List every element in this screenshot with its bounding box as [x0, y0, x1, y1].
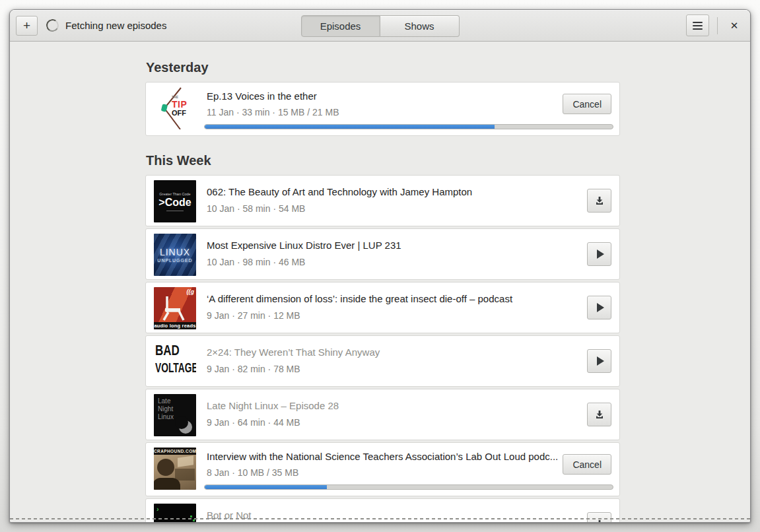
artwork-text: audio long reads [154, 322, 196, 329]
download-button[interactable] [587, 403, 611, 426]
artwork-text: Greater Than Code [159, 192, 190, 196]
moon-art [179, 420, 192, 434]
artwork-text: >Code [158, 197, 191, 208]
add-podcast-button[interactable]: + [16, 16, 38, 36]
header-right-controls: ✕ [686, 15, 744, 36]
section-heading: Yesterday [146, 60, 620, 75]
menu-button[interactable] [686, 15, 709, 36]
episode-info: Late Night Linux – Episode 28 9 Jan · 64… [207, 394, 587, 435]
episode-title: ‘A different dimension of loss’: inside … [207, 292, 587, 306]
download-icon [594, 409, 605, 420]
play-icon [597, 356, 604, 366]
artwork-text: Late [158, 397, 196, 405]
artwork-text: LINUX [160, 248, 190, 257]
download-progressbar [204, 484, 613, 490]
episode-info: ‘A different dimension of loss’: inside … [207, 287, 587, 328]
episode-row: ((g audio long reads ‘A different dimens… [145, 282, 620, 333]
download-progress-fill [205, 125, 495, 129]
podcast-artwork: THE TIP OFF [154, 87, 196, 129]
artwork-text: Night [158, 405, 196, 413]
episode-row: CRAPHOUND.COM Interview with the Nationa… [145, 442, 620, 496]
artwork-text: UNPLUGGED [157, 258, 192, 263]
episode-meta: 9 Jan · 82 min · 78 MB [207, 363, 587, 375]
episodes-scroll-view[interactable]: Yesterday THE TIP OFF Ep.13 Voices in th… [10, 42, 750, 522]
episode-title: 2×24: They Weren’t That Shiny Anyway [207, 346, 587, 359]
artwork-text: VOLTAGE [155, 360, 193, 374]
download-icon [594, 195, 605, 206]
download-progressbar [204, 124, 613, 129]
episodes-list: Yesterday THE TIP OFF Ep.13 Voices in th… [145, 42, 620, 522]
play-button[interactable] [587, 242, 611, 266]
status-text: Fetching new episodes [65, 20, 166, 31]
play-icon [597, 303, 604, 312]
episode-info: 2×24: They Weren’t That Shiny Anyway 9 J… [207, 341, 587, 382]
episode-meta: 10 Jan · 58 min · 54 MB [207, 203, 587, 215]
section-heading: This Week [146, 153, 620, 168]
podcasts-app-window: + Fetching new episodes Episodes Shows ✕… [9, 9, 751, 523]
close-window-button[interactable]: ✕ [724, 16, 744, 36]
podcast-artwork: Greater Than Code >Code [154, 180, 196, 222]
artwork-shape [190, 515, 192, 517]
artwork-rule [166, 211, 184, 211]
podcast-artwork: CRAPHOUND.COM [154, 448, 196, 490]
episode-row: Late Night Linux Late Night Linux – Epis… [145, 389, 620, 440]
cancel-download-button[interactable]: Cancel [563, 454, 611, 475]
header-bar: + Fetching new episodes Episodes Shows ✕ [10, 10, 750, 42]
play-icon [597, 249, 604, 259]
play-button[interactable] [587, 349, 611, 373]
download-button[interactable] [587, 189, 611, 213]
episode-meta: 11 Jan · 33 min · 15 MB / 21 MB [207, 106, 563, 118]
episode-meta: 9 Jan · 27 min · 12 MB [207, 310, 587, 321]
artwork-text: › [156, 505, 159, 513]
episode-title: Late Night Linux – Episode 28 [207, 399, 587, 413]
cancel-download-button[interactable]: Cancel [563, 94, 611, 114]
play-button[interactable] [587, 296, 611, 319]
artwork-shape [157, 459, 174, 476]
download-progress-fill [205, 485, 327, 489]
header-separator [717, 17, 718, 34]
episode-title: Bot or Not [207, 509, 587, 522]
scroll-undershoot-indicator [10, 518, 750, 519]
episode-title: Ep.13 Voices in the ether [207, 90, 563, 103]
artwork-text: ((g [187, 288, 195, 295]
tab-shows[interactable]: Shows [380, 15, 460, 37]
artwork-shape [154, 478, 180, 490]
episode-title: Interview with the National Science Teac… [207, 450, 563, 463]
artwork-text: TIP [172, 100, 187, 109]
podcast-artwork: LINUX UNPLUGGED [154, 234, 196, 276]
episode-title: 062: The Beauty of Art and Technology wi… [207, 185, 587, 199]
podcast-artwork: ((g audio long reads [154, 287, 196, 329]
podcast-artwork: Late Night Linux [154, 394, 196, 436]
episode-meta: 9 Jan · 64 min · 44 MB [207, 416, 587, 428]
artwork-text: OFF [172, 110, 187, 117]
view-switcher: Episodes Shows [301, 15, 460, 37]
artwork-text: BAD [155, 343, 196, 358]
episode-info: 062: The Beauty of Art and Technology wi… [207, 180, 587, 221]
artwork-shape [178, 455, 193, 467]
podcast-artwork: BAD VOLTAGE [154, 341, 196, 383]
episode-row: THE TIP OFF Ep.13 Voices in the ether 11… [145, 82, 620, 136]
episode-meta: 10 Jan · 98 min · 46 MB [207, 256, 587, 268]
episode-title: Most Expensive Linux Distro Ever | LUP 2… [207, 239, 587, 252]
loading-spinner-icon [45, 18, 60, 33]
episode-row: Greater Than Code >Code 062: The Beauty … [145, 175, 620, 226]
artwork-text: CRAPHOUND.COM [154, 448, 196, 455]
hamburger-icon [693, 25, 703, 26]
download-button[interactable] [587, 512, 611, 522]
episode-meta: 8 Jan · 10 MB / 35 MB [207, 467, 563, 479]
episode-row: LINUX UNPLUGGED Most Expensive Linux Dis… [145, 228, 620, 280]
artwork-shape [175, 469, 195, 481]
episode-info: Most Expensive Linux Distro Ever | LUP 2… [207, 234, 587, 275]
episode-row: BAD VOLTAGE 2×24: They Weren’t That Shin… [145, 335, 620, 387]
tab-episodes[interactable]: Episodes [301, 15, 380, 37]
